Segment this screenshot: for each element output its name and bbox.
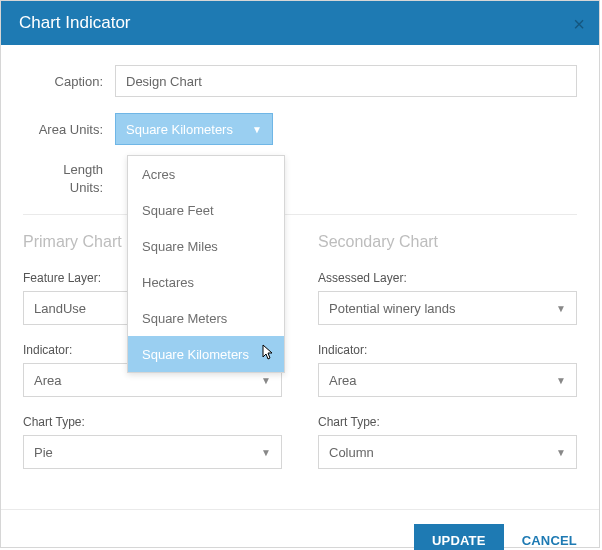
- update-button[interactable]: UPDATE: [414, 524, 504, 550]
- assessed-layer-value: Potential winery lands: [329, 301, 455, 316]
- assessed-layer-label: Assessed Layer:: [318, 271, 577, 285]
- area-units-select[interactable]: Square Kilometers ▼: [115, 113, 273, 145]
- secondary-chart-title: Secondary Chart: [318, 233, 577, 251]
- area-units-option-acres[interactable]: Acres: [128, 156, 284, 192]
- primary-indicator-value: Area: [34, 373, 61, 388]
- close-icon[interactable]: ×: [573, 13, 585, 36]
- divider: [23, 214, 577, 215]
- secondary-charttype-select[interactable]: Column ▼: [318, 435, 577, 469]
- area-units-row: Area Units: Square Kilometers ▼: [23, 113, 577, 145]
- dialog-title: Chart Indicator: [19, 13, 131, 33]
- secondary-indicator-label: Indicator:: [318, 343, 577, 357]
- caption-row: Caption:: [23, 65, 577, 97]
- dialog-header: Chart Indicator ×: [1, 1, 599, 45]
- primary-charttype-select[interactable]: Pie ▼: [23, 435, 282, 469]
- secondary-chart-section: Secondary Chart Assessed Layer: Potentia…: [318, 233, 577, 487]
- secondary-indicator-select[interactable]: Area ▼: [318, 363, 577, 397]
- primary-charttype-value: Pie: [34, 445, 53, 460]
- area-units-dropdown: Acres Square Feet Square Miles Hectares …: [127, 155, 285, 373]
- secondary-indicator-value: Area: [329, 373, 356, 388]
- length-units-label: Length Units:: [23, 161, 115, 196]
- area-units-label: Area Units:: [23, 122, 115, 137]
- caret-down-icon: ▼: [556, 375, 566, 386]
- caret-down-icon: ▼: [261, 447, 271, 458]
- caret-down-icon: ▼: [261, 375, 271, 386]
- length-units-row: Length Units:: [23, 161, 577, 196]
- cancel-button[interactable]: CANCEL: [522, 533, 577, 548]
- area-units-option-square-feet[interactable]: Square Feet: [128, 192, 284, 228]
- chart-indicator-dialog: Chart Indicator × Caption: Area Units: S…: [0, 0, 600, 548]
- caret-down-icon: ▼: [556, 447, 566, 458]
- option-label: Square Kilometers: [142, 347, 249, 362]
- area-units-option-square-miles[interactable]: Square Miles: [128, 228, 284, 264]
- area-units-option-hectares[interactable]: Hectares: [128, 264, 284, 300]
- chart-sections: Primary Chart Feature Layer: LandUse ▼ I…: [23, 233, 577, 487]
- secondary-charttype-label: Chart Type:: [318, 415, 577, 429]
- area-units-option-square-kilometers[interactable]: Square Kilometers: [128, 336, 284, 372]
- secondary-charttype-value: Column: [329, 445, 374, 460]
- assessed-layer-select[interactable]: Potential winery lands ▼: [318, 291, 577, 325]
- dialog-footer: UPDATE CANCEL: [1, 510, 599, 550]
- caret-down-icon: ▼: [556, 303, 566, 314]
- caption-input[interactable]: [115, 65, 577, 97]
- feature-layer-value: LandUse: [34, 301, 86, 316]
- dialog-body: Caption: Area Units: Square Kilometers ▼…: [1, 45, 599, 501]
- area-units-option-square-meters[interactable]: Square Meters: [128, 300, 284, 336]
- caret-down-icon: ▼: [252, 124, 262, 135]
- cursor-icon: [260, 344, 276, 365]
- primary-charttype-label: Chart Type:: [23, 415, 282, 429]
- caption-label: Caption:: [23, 74, 115, 89]
- area-units-selected-text: Square Kilometers: [126, 122, 233, 137]
